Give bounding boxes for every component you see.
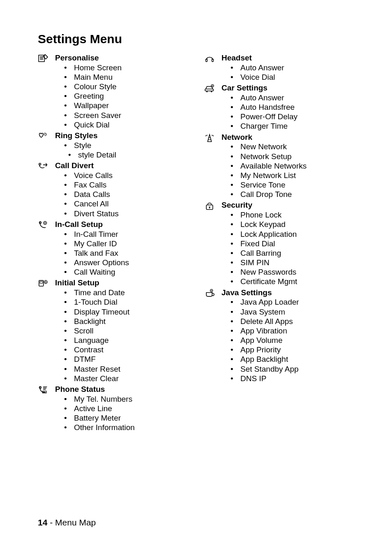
car-icon xyxy=(204,83,221,95)
right-column: HeadsetAuto AnswerVoice DialCar Settings… xyxy=(204,53,354,434)
incall-icon xyxy=(38,220,55,231)
menu-item: Colour Style xyxy=(64,82,188,91)
initial-setup-icon xyxy=(38,278,55,289)
menu-item: Fax Calls xyxy=(64,180,188,190)
menu-item: Charger Time xyxy=(231,121,354,131)
menu-item: Master Clear xyxy=(64,374,188,383)
menu-item: Language xyxy=(64,336,188,345)
menu-item: SIM PIN xyxy=(231,258,354,267)
section-title: Network xyxy=(221,133,354,142)
menu-item: Screen Saver xyxy=(64,111,188,120)
menu-item: Other Information xyxy=(64,423,188,432)
menu-item: Auto Answer xyxy=(231,93,354,102)
menu-item: Voice Calls xyxy=(64,171,188,180)
menu-item: Battery Meter xyxy=(64,413,188,423)
menu-item: App Priority xyxy=(231,345,354,354)
section-title: Personalise xyxy=(55,53,188,63)
menu-item: Phone Lock xyxy=(231,210,354,220)
section-title: Ring Styles xyxy=(55,131,188,141)
menu-item: Main Menu xyxy=(64,72,188,82)
page-footer: 14 - Menu Map xyxy=(38,518,96,528)
menu-item: Call Drop Tone xyxy=(231,190,354,199)
menu-item: Backlight xyxy=(64,317,188,326)
menu-item: New Network xyxy=(231,142,354,151)
network-icon xyxy=(204,133,221,144)
section-item-list: Auto AnswerAuto HandsfreePower-Off Delay… xyxy=(221,93,354,131)
menu-item: Network Setup xyxy=(231,152,354,161)
section-item-list: Home ScreenMain MenuColour StyleGreeting… xyxy=(55,63,188,130)
section-title: Security xyxy=(221,201,354,210)
menu-item: My Tel. Numbers xyxy=(64,394,188,404)
menu-item: Talk and Fax xyxy=(64,248,188,258)
section-item-list: In-Call TimerMy Caller IDTalk and FaxAns… xyxy=(55,229,188,277)
section-item-list: Auto AnswerVoice Dial xyxy=(221,63,354,82)
menu-item: Voice Dial xyxy=(231,72,354,82)
menu-item: Delete All Apps xyxy=(231,317,354,326)
menu-section: Phone StatusMy Tel. NumbersActive LineBa… xyxy=(38,385,188,434)
menu-item: DNS IP xyxy=(231,374,354,383)
menu-item: Home Screen xyxy=(64,63,188,72)
menu-item: Scroll xyxy=(64,326,188,336)
menu-item: Time and Date xyxy=(64,288,188,297)
menu-item: New Passwords xyxy=(231,267,354,277)
section-title: Call Divert xyxy=(55,161,188,171)
menu-item: Call Barring xyxy=(231,248,354,258)
section-title: In-Call Setup xyxy=(55,220,188,229)
menu-item: Available Networks xyxy=(231,161,354,171)
menu-section: Ring StylesStyle style Detail xyxy=(38,131,188,161)
section-item-list: Time and Date1-Touch DialDisplay Timeout… xyxy=(55,288,188,383)
menu-item: Set Standby App xyxy=(231,364,354,374)
menu-item: App Backlight xyxy=(231,354,354,364)
section-title: Headset xyxy=(221,53,354,63)
menu-item: Master Reset xyxy=(64,364,188,374)
menu-item: Cancel All xyxy=(64,199,188,208)
menu-item: Wallpaper xyxy=(64,101,188,110)
page-number: 14 xyxy=(38,518,47,527)
menu-item: Fixed Dial xyxy=(231,239,354,248)
menu-section: In-Call SetupIn-Call TimerMy Caller IDTa… xyxy=(38,220,188,279)
menu-item: In-Call Timer xyxy=(64,229,188,239)
menu-section: HeadsetAuto AnswerVoice Dial xyxy=(204,53,354,83)
menu-section: Call DivertVoice CallsFax CallsData Call… xyxy=(38,161,188,220)
security-icon xyxy=(204,201,221,212)
section-item-list: New NetworkNetwork SetupAvailable Networ… xyxy=(221,142,354,199)
menu-item: DTMF xyxy=(64,354,188,364)
java-icon xyxy=(204,288,221,299)
menu-section: Java SettingsJava App LoaderJava SystemD… xyxy=(204,288,354,385)
menu-item: Style xyxy=(64,141,188,150)
menu-item: Active Line xyxy=(64,404,188,413)
menu-item: My Caller ID xyxy=(64,239,188,248)
menu-item: Service Tone xyxy=(231,180,354,190)
section-title: Java Settings xyxy=(221,288,354,298)
menu-item: Call Waiting xyxy=(64,267,188,277)
section-item-list: Java App LoaderJava SystemDelete All App… xyxy=(221,297,354,383)
menu-section: NetworkNew NetworkNetwork SetupAvailable… xyxy=(204,133,354,201)
menu-section: PersonaliseHome ScreenMain MenuColour St… xyxy=(38,53,188,131)
menu-item: App Volume xyxy=(231,336,354,345)
menu-item: Power-Off Delay xyxy=(231,112,354,121)
menu-item: Display Timeout xyxy=(64,307,188,317)
menu-item: Auto Answer xyxy=(231,63,354,72)
menu-list-icon xyxy=(38,53,55,65)
menu-item: Quick Dial xyxy=(64,120,188,130)
menu-item: Lock Application xyxy=(231,229,354,239)
footer-separator: - xyxy=(47,518,55,527)
menu-item: Java System xyxy=(231,307,354,317)
section-item-list: Voice CallsFax CallsData CallsCancel All… xyxy=(55,171,188,218)
menu-section: Car SettingsAuto AnswerAuto HandsfreePow… xyxy=(204,83,354,132)
section-item-list: My Tel. NumbersActive LineBattery MeterO… xyxy=(55,394,188,433)
menu-item: Certificate Mgmt xyxy=(231,277,354,286)
menu-section: Initial SetupTime and Date1-Touch DialDi… xyxy=(38,278,188,385)
menu-item: Data Calls xyxy=(64,190,188,199)
menu-item: Answer Options xyxy=(64,258,188,267)
divert-icon xyxy=(38,161,55,172)
menu-item: Auto Handsfree xyxy=(231,102,354,112)
menu-item: App Vibration xyxy=(231,326,354,336)
menu-section: SecurityPhone LockLock KeypadLock Applic… xyxy=(204,201,354,288)
page-title: Settings Menu xyxy=(38,32,354,46)
left-column: PersonaliseHome ScreenMain MenuColour St… xyxy=(38,53,188,434)
menu-item: Greeting xyxy=(64,91,188,101)
menu-item: style Detail xyxy=(64,150,188,160)
footer-section-name: Menu Map xyxy=(55,518,96,527)
section-item-list: Style style Detail xyxy=(55,141,188,160)
